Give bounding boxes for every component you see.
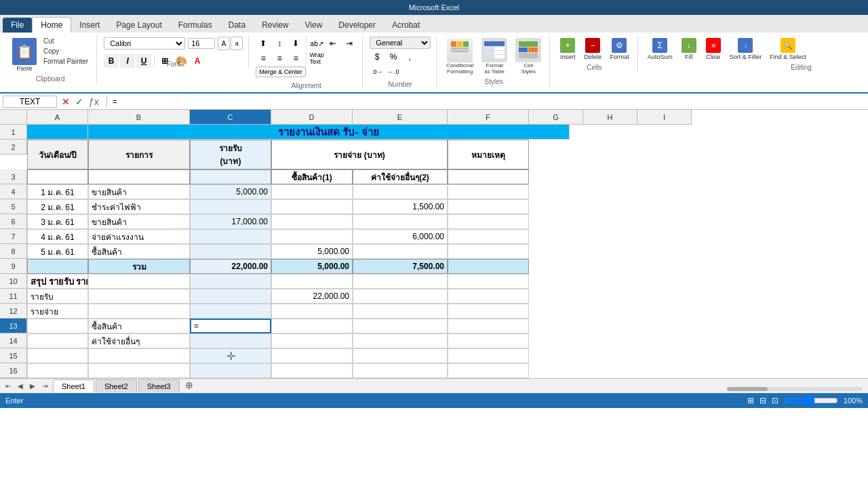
row-header-12[interactable]: 12	[0, 304, 27, 319]
cell-e4[interactable]	[353, 184, 448, 199]
copy-button[interactable]: Copy	[41, 47, 91, 56]
cell-e3[interactable]: ค่าใช้จ่ายอื่นๆ(2)	[353, 169, 448, 184]
row-header-7[interactable]: 7	[0, 229, 27, 244]
cell-b4[interactable]: ขายสินค้า	[88, 184, 190, 199]
cell-b14[interactable]: ค่าใช้จ่ายอื่นๆ	[88, 333, 190, 348]
currency-button[interactable]: $	[370, 50, 384, 64]
cell-a12[interactable]: รายจ่าย	[27, 304, 88, 319]
cell-a9[interactable]	[27, 259, 88, 274]
cell-d7[interactable]	[271, 229, 353, 244]
tab-view[interactable]: View	[297, 18, 331, 33]
cell-b6[interactable]: ขายสินค้า	[88, 214, 190, 229]
cell-e8[interactable]	[353, 244, 448, 259]
cell-d10[interactable]	[271, 274, 353, 289]
cell-a7[interactable]: 4 ม.ค. 61	[27, 229, 88, 244]
format-as-table-button[interactable]: Formatas Table	[479, 37, 510, 76]
clear-button[interactable]: ✕ Clear	[703, 37, 724, 62]
cell-c7[interactable]	[190, 229, 271, 244]
col-header-b[interactable]: B	[88, 110, 190, 125]
merge-center-button[interactable]: Merge & Center	[256, 66, 306, 77]
align-right-button[interactable]: ≡	[288, 52, 303, 65]
cell-d6[interactable]	[271, 214, 353, 229]
cancel-formula-button[interactable]: ✕	[60, 96, 72, 107]
row-header-11[interactable]: 11	[0, 289, 27, 304]
increase-decimal-button[interactable]: .0→	[370, 65, 384, 79]
col-header-g[interactable]: G	[529, 110, 583, 125]
cell-d11[interactable]: 22,000.00	[271, 289, 353, 304]
cell-b12[interactable]	[88, 304, 190, 319]
cell-f5[interactable]	[448, 199, 529, 214]
cell-e13[interactable]	[353, 319, 448, 333]
cell-d15[interactable]	[271, 348, 353, 363]
col-header-a[interactable]: A	[27, 110, 88, 125]
cell-e7[interactable]: 6,000.00	[353, 229, 448, 244]
cell-c13[interactable]: =	[190, 319, 271, 333]
cell-b10[interactable]	[88, 274, 190, 289]
find-select-button[interactable]: 🔍 Find & Select	[767, 37, 809, 62]
cut-button[interactable]: Cut	[41, 37, 91, 45]
cell-b15[interactable]	[88, 348, 190, 363]
cell-f12[interactable]	[448, 304, 529, 319]
italic-button[interactable]: I	[120, 54, 135, 68]
col-header-c[interactable]: C	[190, 110, 271, 125]
tab-page-layout[interactable]: Page Layout	[108, 18, 170, 33]
cell-a15[interactable]	[27, 348, 88, 363]
format-button[interactable]: ⚙ Format	[607, 37, 632, 62]
cell-e5[interactable]: 1,500.00	[353, 199, 448, 214]
row-header-13[interactable]: 13	[0, 319, 27, 333]
row-header-3[interactable]: 3	[0, 169, 27, 184]
cell-a11[interactable]: รายรับ	[27, 289, 88, 304]
cell-f14[interactable]	[448, 333, 529, 348]
cell-a13[interactable]	[27, 319, 88, 333]
cell-e16[interactable]	[353, 363, 448, 378]
tab-insert[interactable]: Insert	[71, 18, 108, 33]
text-angle-button[interactable]: ab↗	[309, 37, 324, 50]
cell-f9[interactable]	[448, 259, 529, 274]
cell-merged-header[interactable]: รายงานเงินสด รับ- จ่าย	[88, 125, 570, 140]
sheet-nav-last[interactable]: ⇥	[39, 381, 50, 392]
comma-button[interactable]: ,	[402, 50, 417, 64]
align-middle-button[interactable]: ↕	[272, 37, 287, 50]
cell-a2[interactable]: วัน/เดือน/ปี	[27, 140, 88, 169]
cell-a6[interactable]: 3 ม.ค. 61	[27, 214, 88, 229]
cell-a4[interactable]: 1 ม.ค. 61	[27, 184, 88, 199]
font-size-decrease[interactable]: a	[231, 37, 243, 50]
cell-b3[interactable]	[88, 169, 190, 184]
cell-f8[interactable]	[448, 244, 529, 259]
font-size-input[interactable]	[188, 38, 215, 49]
cell-c5[interactable]	[190, 199, 271, 214]
tab-file[interactable]: File	[3, 18, 32, 33]
col-header-h[interactable]: H	[583, 110, 637, 125]
cell-c6[interactable]: 17,000.00	[190, 214, 271, 229]
cell-b8[interactable]: ซื้อสินค้า	[88, 244, 190, 259]
row-header-16[interactable]: 16	[0, 363, 27, 378]
col-header-i[interactable]: I	[637, 110, 692, 125]
cell-d4[interactable]	[271, 184, 353, 199]
row-header-6[interactable]: 6	[0, 214, 27, 229]
sheet-nav-prev[interactable]: ◀	[15, 381, 26, 392]
tab-home[interactable]: Home	[32, 17, 71, 33]
row-header-5[interactable]: 5	[0, 199, 27, 214]
format-painter-button[interactable]: Format Painter	[41, 57, 91, 66]
col-header-d[interactable]: D	[271, 110, 353, 125]
sheet-nav-next[interactable]: ▶	[27, 381, 38, 392]
cell-f2[interactable]: หมายเหตุ	[448, 140, 529, 169]
decrease-decimal-button[interactable]: ←.0	[386, 65, 401, 79]
row-header-9[interactable]: 9	[0, 259, 27, 274]
cell-e12[interactable]	[353, 304, 448, 319]
percent-button[interactable]: %	[386, 50, 401, 64]
scrollbar-thumb[interactable]	[727, 387, 768, 391]
formula-input[interactable]	[110, 96, 865, 107]
tab-review[interactable]: Review	[254, 18, 296, 33]
cell-c12[interactable]	[190, 304, 271, 319]
cell-e9[interactable]: 7,500.00	[353, 259, 448, 274]
cell-d9[interactable]: 5,000.00	[271, 259, 353, 274]
row-header-15[interactable]: 15	[0, 348, 27, 363]
tab-acrobat[interactable]: Acrobat	[384, 18, 428, 33]
cell-d5[interactable]	[271, 199, 353, 214]
cell-a14[interactable]	[27, 333, 88, 348]
sort-filter-button[interactable]: ↕ Sort & Filter	[727, 37, 765, 62]
cell-d8[interactable]: 5,000.00	[271, 244, 353, 259]
insert-function-button[interactable]: ƒx	[87, 96, 101, 107]
indent-increase-button[interactable]: ⇥	[342, 37, 357, 50]
